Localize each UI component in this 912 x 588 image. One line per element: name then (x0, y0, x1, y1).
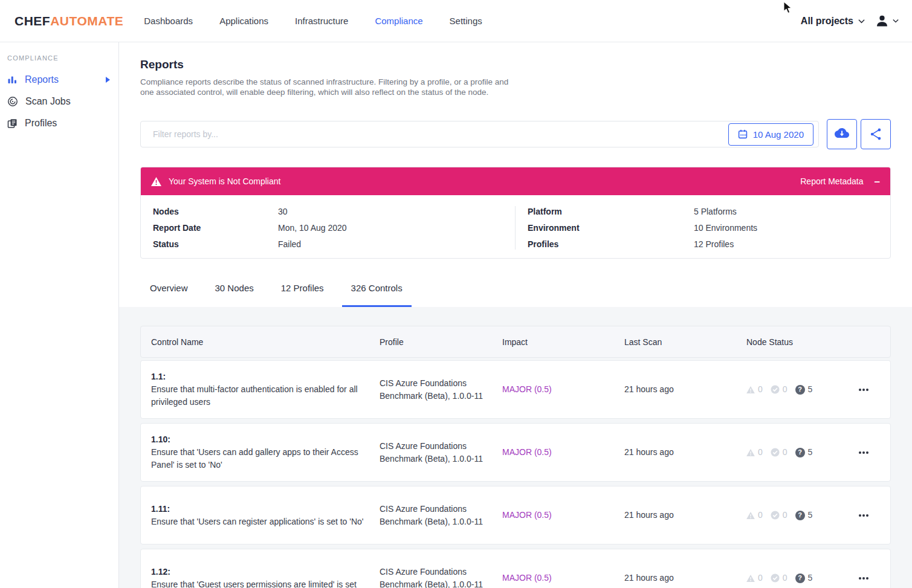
controls-table-section: Control NameProfileImpactLast ScanNode S… (119, 307, 912, 588)
failed-count: 0 (758, 572, 763, 584)
node-status-cell: 0 0 ? 5 (746, 383, 843, 396)
failed-nodes-stat: 0 (746, 446, 763, 459)
warning-triangle-icon (746, 575, 755, 582)
sidebar-item-reports[interactable]: Reports (0, 69, 118, 91)
row-actions-cell (843, 385, 890, 395)
controls-table-header: Control NameProfileImpactLast ScanNode S… (140, 326, 891, 358)
collapse-metadata-button[interactable]: – (875, 176, 880, 187)
compliance-sidebar: COMPLIANCE Reports Scan Jobs (0, 42, 119, 588)
question-circle-icon: ? (795, 448, 805, 457)
impact-cell: MAJOR (0.5) (502, 572, 624, 584)
node-status-cell: 0 0 ? 5 (746, 446, 843, 459)
skipped-nodes-stat: ? 5 (795, 509, 813, 522)
passed-count: 0 (783, 509, 787, 522)
more-options-button[interactable] (855, 448, 872, 457)
more-options-button[interactable] (855, 385, 872, 395)
metadata-value: Mon, 10 Aug 2020 (278, 222, 347, 233)
report-date-picker-button[interactable]: 10 Aug 2020 (728, 123, 813, 146)
profile-cell: CIS Azure Foundations Benchmark (Beta), … (380, 440, 502, 465)
table-row[interactable]: 1.11: Ensure that 'Users can register ap… (140, 486, 891, 544)
filter-input-container: 10 Aug 2020 (140, 121, 819, 147)
metadata-label: Nodes (153, 206, 278, 217)
table-row[interactable]: 1.1: Ensure that multi-factor authentica… (140, 360, 891, 419)
filter-reports-input[interactable] (153, 129, 728, 139)
metadata-value: 10 Environments (694, 222, 757, 233)
metadata-column-right: Platform 5 Platforms Environment 10 Envi… (516, 206, 890, 250)
download-report-button[interactable] (827, 119, 857, 149)
skipped-count: 5 (808, 383, 813, 396)
logo-automate-text: AUTOMATE (50, 14, 123, 28)
report-tab[interactable]: 30 Nodes (206, 283, 263, 307)
warning-triangle-icon (746, 386, 755, 393)
metadata-value: Failed (278, 239, 301, 250)
table-row[interactable]: 1.12: Ensure that 'Guest users permissio… (140, 549, 891, 588)
table-column-header: Impact (502, 337, 624, 347)
failed-count: 0 (758, 383, 763, 396)
projects-filter-dropdown[interactable]: All projects (801, 16, 865, 27)
last-scan-cell: 21 hours ago (624, 509, 746, 522)
top-nav-item[interactable]: Compliance (375, 12, 422, 30)
sidebar-item-scan-jobs[interactable]: Scan Jobs (0, 91, 118, 112)
top-nav-item[interactable]: Dashboards (144, 12, 193, 30)
metadata-value: 12 Profiles (694, 239, 734, 250)
profile-cell: CIS Azure Foundations Benchmark (Beta), … (380, 377, 502, 402)
control-description: Ensure that multi-factor authentication … (151, 384, 358, 407)
impact-cell: MAJOR (0.5) (502, 446, 624, 459)
table-column-header: Control Name (141, 337, 380, 347)
skipped-count: 5 (808, 446, 813, 459)
top-nav-item[interactable]: Settings (450, 12, 482, 30)
top-nav-item[interactable]: Applications (219, 12, 268, 30)
passed-nodes-stat: 0 (771, 509, 787, 522)
profile-cell: CIS Azure Foundations Benchmark (Beta), … (380, 566, 502, 588)
ellipsis-icon (859, 389, 861, 391)
sidebar-item-label: Reports (25, 74, 59, 85)
compliance-status-message: Your System is Not Compliant (169, 176, 280, 186)
passed-nodes-stat: 0 (771, 446, 787, 459)
report-metadata-toggle-label[interactable]: Report Metadata (800, 176, 863, 186)
sidebar-item-profiles[interactable]: Profiles (0, 112, 118, 134)
report-filter-bar: 10 Aug 2020 (140, 119, 891, 149)
controls-table-rows: 1.1: Ensure that multi-factor authentica… (140, 360, 891, 588)
control-name-cell: 1.1: Ensure that multi-factor authentica… (141, 362, 380, 417)
control-description: Ensure that 'Guest users permissions are… (151, 580, 357, 588)
impact-cell: MAJOR (0.5) (502, 383, 624, 396)
check-circle-icon (771, 573, 780, 583)
check-circle-icon (771, 448, 780, 457)
reports-main-content: Reports Compliance reports describe the … (119, 42, 912, 588)
more-options-button[interactable] (855, 573, 872, 583)
failed-nodes-stat: 0 (746, 383, 763, 396)
bar-chart-icon (7, 75, 18, 85)
warning-triangle-icon (151, 177, 161, 186)
user-avatar-icon (875, 14, 889, 28)
report-tabs: Overview30 Nodes12 Profiles326 Controls (141, 283, 891, 307)
control-id: 1.1: (151, 370, 365, 383)
control-name-cell: 1.11: Ensure that 'Users can register ap… (141, 494, 380, 537)
metadata-value: 30 (278, 206, 288, 217)
passed-nodes-stat: 0 (771, 383, 787, 396)
control-name-cell: 1.12: Ensure that 'Guest users permissio… (141, 557, 380, 588)
failed-count: 0 (758, 446, 763, 459)
table-row[interactable]: 1.10: Ensure that 'Users can add gallery… (140, 423, 891, 482)
check-circle-icon (771, 385, 780, 394)
skipped-nodes-stat: ? 5 (795, 383, 813, 396)
metadata-label: Environment (528, 222, 694, 233)
compliance-status-banner: Your System is Not Compliant Report Meta… (141, 167, 890, 195)
user-menu-dropdown[interactable] (875, 14, 899, 28)
more-options-button[interactable] (855, 511, 872, 520)
page-title: Reports (140, 58, 891, 71)
chef-automate-logo[interactable]: CHEFAUTOMATE (15, 14, 123, 28)
share-report-button[interactable] (861, 119, 891, 149)
page-description: Compliance reports describe the status o… (140, 77, 515, 97)
calendar-icon (738, 129, 748, 139)
sidebar-item-label: Scan Jobs (25, 96, 71, 107)
metadata-row: Profiles 12 Profiles (528, 239, 878, 250)
report-tab[interactable]: 12 Profiles (272, 283, 333, 307)
report-tab[interactable]: 326 Controls (342, 283, 412, 307)
row-actions-cell (843, 448, 890, 457)
failed-nodes-stat: 0 (746, 509, 763, 522)
impact-cell: MAJOR (0.5) (502, 509, 624, 522)
sidebar-section-label: COMPLIANCE (7, 54, 118, 62)
sidebar-item-label: Profiles (25, 118, 57, 129)
report-tab[interactable]: Overview (141, 283, 197, 307)
top-nav-item[interactable]: Infrastructure (295, 12, 348, 30)
